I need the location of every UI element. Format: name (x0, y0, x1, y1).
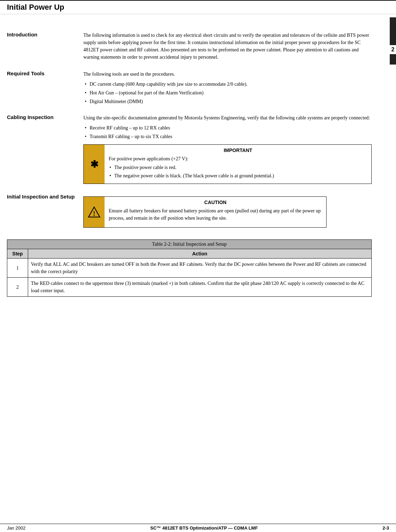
required-tools-content: The following tools are used in the proc… (83, 70, 372, 107)
cabling-inspection-label-col: Cabling Inspection (7, 114, 83, 187)
footer-product: SC™ 4812ET BTS Optimization/ATP — CDMA L… (150, 525, 258, 531)
introduction-label-col: Introduction (7, 32, 83, 64)
inspection-table: Table 2-2: Initial Inspection and Setup … (7, 239, 372, 297)
introduction-body: The following information is used to che… (83, 32, 372, 61)
table-cell-step: 1 (7, 259, 28, 278)
footer-page-number: 2-3 (382, 525, 389, 531)
list-item: Receive RF cabling – up to 12 RX cables (83, 124, 372, 132)
table-row: 2 The RED cables connect to the uppermos… (7, 278, 372, 297)
table-header-step: Step (7, 249, 28, 259)
cabling-inspection-intro: Using the site-specific documentation ge… (83, 114, 372, 121)
table-header-action: Action (28, 249, 372, 259)
table-wrapper: Table 2-2: Initial Inspection and Setup … (7, 239, 372, 297)
list-item: Transmit RF cabling – up to six TX cable… (83, 133, 372, 140)
table-caption: Table 2-2: Initial Inspection and Setup (7, 240, 372, 249)
important-title: IMPORTANT (109, 147, 367, 153)
initial-inspection-label-col: Initial Inspection and Setup (7, 194, 83, 233)
introduction-section: Introduction The following information i… (7, 32, 372, 64)
chapter-sidebar: 2 (390, 17, 396, 65)
caution-triangle-icon: ! (88, 206, 100, 218)
chapter-number: 2 (391, 47, 395, 53)
cabling-inspection-content: Using the site-specific documentation ge… (83, 114, 372, 187)
table-row: 1 Verify that ALL AC and DC breakers are… (7, 259, 372, 278)
important-box: ✱ IMPORTANT For positive power applicati… (83, 144, 372, 184)
sidebar-block-bottom (390, 54, 396, 65)
important-content: IMPORTANT For positive power application… (105, 145, 371, 184)
important-icon-col: ✱ (84, 145, 105, 184)
page-title-bar: Initial Power Up (0, 1, 396, 14)
caution-icon-col: ! (84, 197, 105, 227)
cabling-inspection-label: Cabling Inspection (7, 114, 53, 120)
cabling-inspection-list: Receive RF cabling – up to 12 RX cables … (83, 124, 372, 140)
table-cell-action: The RED cables connect to the uppermost … (28, 278, 372, 297)
content-area: Introduction The following information i… (0, 14, 386, 304)
initial-inspection-content: ! CAUTION Ensure all battery breakers fo… (83, 194, 372, 233)
important-list: The positive power cable is red. The neg… (109, 164, 367, 179)
caution-body: Ensure all battery breakers for unused b… (109, 207, 322, 222)
required-tools-label-col: Required Tools (7, 70, 83, 107)
sidebar-block-top (390, 17, 396, 45)
introduction-label: Introduction (7, 32, 37, 37)
list-item: The positive power cable is red. (109, 164, 367, 171)
list-item: Hot Air Gun – (optional for part of the … (83, 89, 372, 96)
introduction-content: The following information is used to che… (83, 32, 372, 64)
table-cell-step: 2 (7, 278, 28, 297)
initial-inspection-section: Initial Inspection and Setup ! CAUTION E… (7, 194, 372, 233)
list-item: DC current clamp (600 Amp capability wit… (83, 81, 372, 88)
list-item: The negative power cable is black. (The … (109, 172, 367, 179)
initial-inspection-label: Initial Inspection and Setup (7, 194, 75, 200)
caution-title: CAUTION (109, 200, 322, 205)
required-tools-intro: The following tools are used in the proc… (83, 70, 372, 78)
footer-date: Jan 2002 (7, 525, 26, 531)
page-footer: Jan 2002 SC™ 4812ET BTS Optimization/ATP… (0, 524, 396, 532)
caution-content: CAUTION Ensure all battery breakers for … (105, 197, 326, 227)
page-container: Initial Power Up 2 Introduction The foll… (0, 0, 396, 532)
required-tools-label: Required Tools (7, 70, 44, 76)
required-tools-list: DC current clamp (600 Amp capability wit… (83, 81, 372, 105)
cabling-inspection-section: Cabling Inspection Using the site-specif… (7, 114, 372, 187)
table-cell-action: Verify that ALL AC and DC breakers are t… (28, 259, 372, 278)
required-tools-section: Required Tools The following tools are u… (7, 70, 372, 107)
list-item: Digital Multimeter (DMM) (83, 98, 372, 105)
page-title: Initial Power Up (7, 3, 64, 12)
caution-box: ! CAUTION Ensure all battery breakers fo… (83, 196, 327, 228)
svg-text:!: ! (93, 210, 96, 217)
important-icon: ✱ (90, 159, 98, 170)
important-intro: For positive power applications (+27 V): (109, 155, 367, 162)
